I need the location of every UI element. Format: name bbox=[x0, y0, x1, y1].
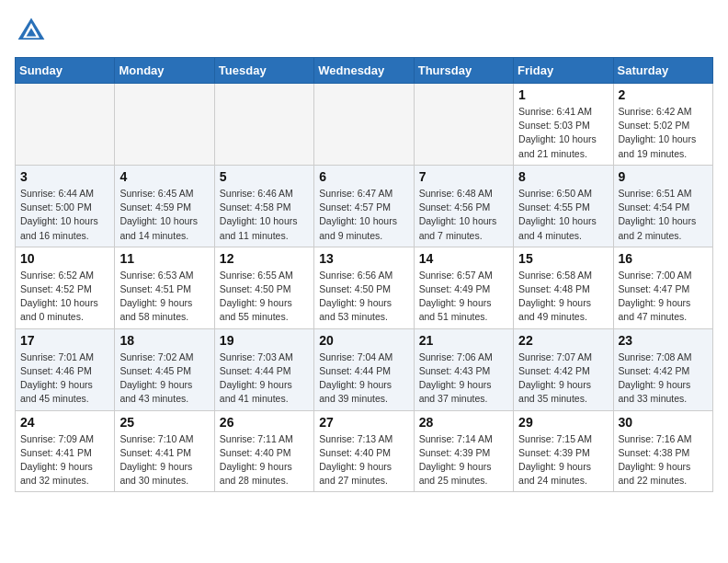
calendar-cell: 12Sunrise: 6:55 AMSunset: 4:50 PMDayligh… bbox=[214, 247, 313, 328]
day-info: Sunrise: 7:15 AMSunset: 4:39 PMDaylight:… bbox=[518, 432, 608, 488]
day-number: 8 bbox=[518, 169, 608, 184]
day-number: 17 bbox=[20, 333, 109, 348]
day-info: Sunrise: 6:47 AMSunset: 4:57 PMDaylight:… bbox=[319, 187, 408, 243]
day-number: 30 bbox=[619, 415, 708, 430]
day-number: 23 bbox=[619, 333, 708, 348]
day-number: 14 bbox=[419, 251, 508, 266]
day-info: Sunrise: 7:09 AMSunset: 4:41 PMDaylight:… bbox=[20, 432, 109, 488]
day-number: 7 bbox=[419, 169, 508, 184]
day-info: Sunrise: 6:55 AMSunset: 4:50 PMDaylight:… bbox=[220, 269, 309, 325]
calendar-cell: 3Sunrise: 6:44 AMSunset: 5:00 PMDaylight… bbox=[16, 165, 115, 247]
day-number: 28 bbox=[419, 415, 508, 430]
calendar-cell: 29Sunrise: 7:15 AMSunset: 4:39 PMDayligh… bbox=[514, 410, 613, 492]
day-info: Sunrise: 7:01 AMSunset: 4:46 PMDaylight:… bbox=[20, 350, 109, 407]
calendar-cell: 25Sunrise: 7:10 AMSunset: 4:41 PMDayligh… bbox=[115, 410, 214, 492]
day-info: Sunrise: 6:48 AMSunset: 4:56 PMDaylight:… bbox=[419, 187, 508, 243]
calendar-cell: 11Sunrise: 6:53 AMSunset: 4:51 PMDayligh… bbox=[115, 247, 214, 328]
day-info: Sunrise: 6:58 AMSunset: 4:48 PMDaylight:… bbox=[518, 269, 608, 325]
calendar-cell: 23Sunrise: 7:08 AMSunset: 4:42 PMDayligh… bbox=[613, 328, 712, 410]
day-info: Sunrise: 6:51 AMSunset: 4:54 PMDaylight:… bbox=[619, 187, 708, 243]
calendar-cell: 17Sunrise: 7:01 AMSunset: 4:46 PMDayligh… bbox=[16, 328, 115, 410]
day-info: Sunrise: 6:44 AMSunset: 5:00 PMDaylight:… bbox=[20, 187, 109, 243]
calendar-cell: 21Sunrise: 7:06 AMSunset: 4:43 PMDayligh… bbox=[414, 328, 513, 410]
day-info: Sunrise: 7:02 AMSunset: 4:45 PMDaylight:… bbox=[119, 350, 209, 407]
day-info: Sunrise: 7:14 AMSunset: 4:39 PMDaylight:… bbox=[419, 432, 508, 488]
day-info: Sunrise: 6:46 AMSunset: 4:58 PMDaylight:… bbox=[220, 187, 309, 243]
day-number: 24 bbox=[20, 415, 109, 430]
weekday-header-friday: Friday bbox=[514, 58, 613, 84]
calendar-cell: 19Sunrise: 7:03 AMSunset: 4:44 PMDayligh… bbox=[214, 328, 313, 410]
calendar-cell: 4Sunrise: 6:45 AMSunset: 4:59 PMDaylight… bbox=[115, 165, 214, 247]
day-info: Sunrise: 7:04 AMSunset: 4:44 PMDaylight:… bbox=[319, 350, 408, 407]
calendar-cell bbox=[314, 84, 414, 166]
day-number: 12 bbox=[220, 251, 309, 266]
day-number: 13 bbox=[319, 251, 408, 266]
weekday-header-sunday: Sunday bbox=[16, 58, 115, 84]
day-info: Sunrise: 7:11 AMSunset: 4:40 PMDaylight:… bbox=[220, 432, 309, 488]
day-number: 19 bbox=[220, 333, 309, 348]
calendar-cell: 18Sunrise: 7:02 AMSunset: 4:45 PMDayligh… bbox=[115, 328, 214, 410]
day-number: 27 bbox=[319, 415, 408, 430]
day-info: Sunrise: 6:56 AMSunset: 4:50 PMDaylight:… bbox=[319, 269, 408, 325]
calendar-cell: 14Sunrise: 6:57 AMSunset: 4:49 PMDayligh… bbox=[414, 247, 513, 328]
day-info: Sunrise: 6:53 AMSunset: 4:51 PMDaylight:… bbox=[119, 269, 209, 325]
calendar-cell: 1Sunrise: 6:41 AMSunset: 5:03 PMDaylight… bbox=[514, 84, 613, 166]
day-info: Sunrise: 7:00 AMSunset: 4:47 PMDaylight:… bbox=[619, 269, 708, 325]
day-number: 6 bbox=[319, 169, 408, 184]
calendar-cell: 28Sunrise: 7:14 AMSunset: 4:39 PMDayligh… bbox=[414, 410, 513, 492]
day-info: Sunrise: 7:16 AMSunset: 4:38 PMDaylight:… bbox=[619, 432, 708, 488]
calendar-cell bbox=[115, 84, 214, 166]
calendar-cell: 24Sunrise: 7:09 AMSunset: 4:41 PMDayligh… bbox=[16, 410, 115, 492]
day-info: Sunrise: 6:52 AMSunset: 4:52 PMDaylight:… bbox=[20, 269, 109, 325]
calendar-cell: 5Sunrise: 6:46 AMSunset: 4:58 PMDaylight… bbox=[214, 165, 313, 247]
day-number: 26 bbox=[220, 415, 309, 430]
week-row-5: 24Sunrise: 7:09 AMSunset: 4:41 PMDayligh… bbox=[16, 410, 713, 492]
calendar-cell: 16Sunrise: 7:00 AMSunset: 4:47 PMDayligh… bbox=[613, 247, 712, 328]
day-info: Sunrise: 6:41 AMSunset: 5:03 PMDaylight:… bbox=[518, 105, 608, 161]
weekday-header-thursday: Thursday bbox=[414, 58, 513, 84]
day-number: 2 bbox=[619, 87, 708, 102]
calendar-cell: 8Sunrise: 6:50 AMSunset: 4:55 PMDaylight… bbox=[514, 165, 613, 247]
day-number: 9 bbox=[619, 169, 708, 184]
day-number: 18 bbox=[119, 333, 209, 348]
calendar-cell: 22Sunrise: 7:07 AMSunset: 4:42 PMDayligh… bbox=[514, 328, 613, 410]
calendar-cell: 20Sunrise: 7:04 AMSunset: 4:44 PMDayligh… bbox=[314, 328, 414, 410]
weekday-header-saturday: Saturday bbox=[613, 58, 712, 84]
calendar-cell bbox=[16, 84, 115, 166]
weekday-header-wednesday: Wednesday bbox=[314, 58, 414, 84]
calendar-cell: 2Sunrise: 6:42 AMSunset: 5:02 PMDaylight… bbox=[613, 84, 712, 166]
calendar: SundayMondayTuesdayWednesdayThursdayFrid… bbox=[15, 57, 713, 492]
calendar-cell: 26Sunrise: 7:11 AMSunset: 4:40 PMDayligh… bbox=[214, 410, 313, 492]
calendar-cell: 10Sunrise: 6:52 AMSunset: 4:52 PMDayligh… bbox=[16, 247, 115, 328]
day-number: 5 bbox=[220, 169, 309, 184]
calendar-cell: 6Sunrise: 6:47 AMSunset: 4:57 PMDaylight… bbox=[314, 165, 414, 247]
calendar-cell: 27Sunrise: 7:13 AMSunset: 4:40 PMDayligh… bbox=[314, 410, 414, 492]
logo bbox=[15, 15, 51, 48]
day-number: 16 bbox=[619, 251, 708, 266]
day-number: 1 bbox=[518, 87, 608, 102]
day-info: Sunrise: 7:03 AMSunset: 4:44 PMDaylight:… bbox=[220, 350, 309, 407]
day-info: Sunrise: 7:08 AMSunset: 4:42 PMDaylight:… bbox=[619, 350, 708, 407]
calendar-cell bbox=[414, 84, 513, 166]
week-row-1: 1Sunrise: 6:41 AMSunset: 5:03 PMDaylight… bbox=[16, 84, 713, 166]
weekday-header-tuesday: Tuesday bbox=[214, 58, 313, 84]
calendar-cell bbox=[214, 84, 313, 166]
weekday-header-monday: Monday bbox=[115, 58, 214, 84]
week-row-2: 3Sunrise: 6:44 AMSunset: 5:00 PMDaylight… bbox=[16, 165, 713, 247]
day-number: 22 bbox=[518, 333, 608, 348]
day-number: 15 bbox=[518, 251, 608, 266]
day-info: Sunrise: 7:10 AMSunset: 4:41 PMDaylight:… bbox=[119, 432, 209, 488]
logo-icon bbox=[15, 15, 48, 48]
page-header bbox=[15, 15, 713, 48]
calendar-cell: 9Sunrise: 6:51 AMSunset: 4:54 PMDaylight… bbox=[613, 165, 712, 247]
calendar-cell: 30Sunrise: 7:16 AMSunset: 4:38 PMDayligh… bbox=[613, 410, 712, 492]
day-number: 25 bbox=[119, 415, 209, 430]
day-number: 21 bbox=[419, 333, 508, 348]
day-info: Sunrise: 7:07 AMSunset: 4:42 PMDaylight:… bbox=[518, 350, 608, 407]
day-number: 3 bbox=[20, 169, 109, 184]
day-info: Sunrise: 6:57 AMSunset: 4:49 PMDaylight:… bbox=[419, 269, 508, 325]
day-info: Sunrise: 7:06 AMSunset: 4:43 PMDaylight:… bbox=[419, 350, 508, 407]
day-info: Sunrise: 6:50 AMSunset: 4:55 PMDaylight:… bbox=[518, 187, 608, 243]
day-number: 20 bbox=[319, 333, 408, 348]
day-number: 11 bbox=[119, 251, 209, 266]
